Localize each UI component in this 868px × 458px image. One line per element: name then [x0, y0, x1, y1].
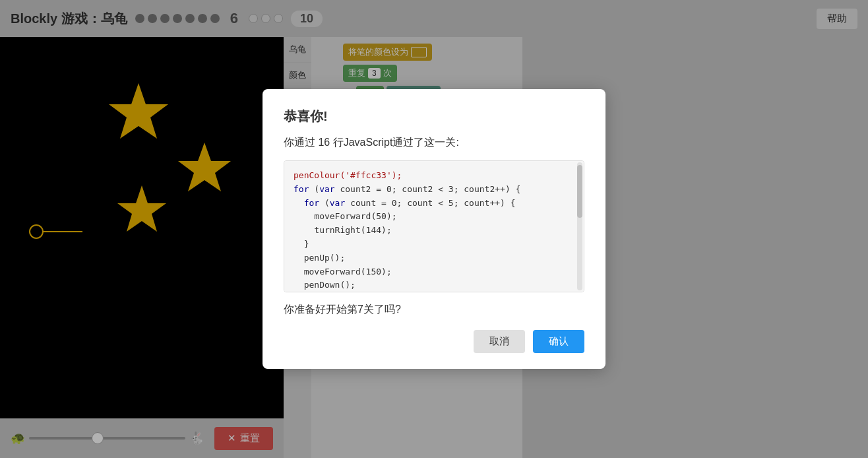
success-dialog: 恭喜你! 你通过 16 行JavaScript通过了这一关: penColour…	[263, 89, 605, 369]
code-box[interactable]: penColour('#ffcc33'); for (var count2 = …	[284, 160, 584, 292]
cancel-button[interactable]: 取消	[474, 330, 525, 353]
dialog-title: 恭喜你!	[284, 108, 584, 125]
dialog-subtitle: 你通过 16 行JavaScript通过了这一关:	[284, 136, 584, 150]
scrollbar[interactable]	[577, 162, 582, 290]
dialog-overlay: 恭喜你! 你通过 16 行JavaScript通过了这一关: penColour…	[0, 0, 868, 458]
scrollbar-thumb[interactable]	[577, 165, 582, 218]
confirm-button[interactable]: 确认	[533, 330, 584, 353]
dialog-question: 你准备好开始第7关了吗?	[284, 303, 584, 317]
main-area: 🐢 🐇 ✕ 重置 乌龟 颜色 循环 将笔的颜色设为	[0, 37, 868, 458]
dialog-actions: 取消 确认	[284, 330, 584, 353]
